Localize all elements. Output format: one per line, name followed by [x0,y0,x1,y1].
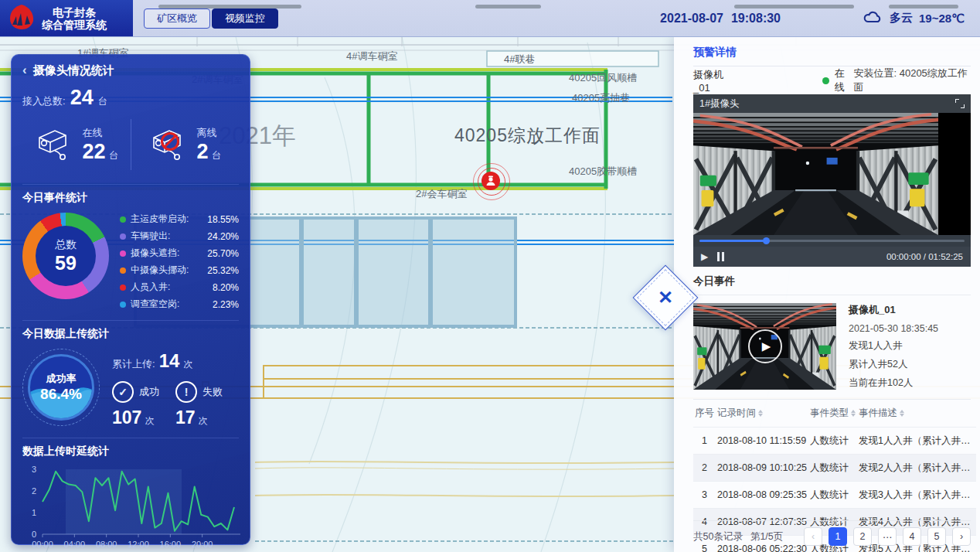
donut-center: 总数 59 [36,226,96,286]
column-header[interactable]: 事件描述 [857,400,976,428]
page-button[interactable]: 2 [853,527,872,546]
map-label: 2#会车硐室 [416,187,467,201]
legend-dot [120,233,126,240]
video-progress-row [693,235,971,247]
alert-marker[interactable] [473,163,512,202]
success-value: 107 [112,407,141,428]
events-donut-chart[interactable]: 总数 59 [22,213,109,299]
thumbnail-play-icon[interactable]: ▶ [748,329,782,363]
svg-text:2: 2 [32,486,36,496]
video-frame[interactable] [693,113,971,235]
video-progress-bar[interactable] [699,240,965,242]
legend-label: 调查室空岗: [131,298,179,311]
delay-line-chart[interactable]: 012300:0004:0008:0012:0016:0020:00 [22,463,240,552]
fail-unit: 次 [199,414,208,428]
panel-title-row: ‹ 摄像头情况统计 [22,63,239,78]
legend-item[interactable]: 车辆驶出:24.20% [120,230,239,243]
legend-item[interactable]: 调查室空岗:2.23% [120,298,239,311]
video-controls: ▶ 00:00:00 / 01:52:25 [693,247,971,267]
camera-info-row: 摄像机_01 在线 安装位置: 40205综放工作面 [693,66,971,94]
legend-dot [120,285,126,291]
legend-item[interactable]: 摄像头遮挡:25.70% [120,247,239,260]
next-page-button[interactable]: › [952,527,971,546]
camera-name: 摄像机_01 [693,68,737,94]
total-cameras-row: 接入总数: 24 台 [22,86,239,110]
success-unit: 次 [145,414,154,428]
back-icon[interactable]: ‹ [22,63,27,78]
play-button[interactable]: ▶ [701,251,708,262]
column-header[interactable]: 记录时间 [716,400,808,428]
legend-dot [120,302,126,308]
map-label: 4#联巷 [504,53,535,66]
nav-mine-overview-button[interactable]: 矿区概览 [144,9,210,29]
table-cell: 2018-08-09 10:10:25 [716,455,808,482]
table-row[interactable]: 12018-08-10 11:15:59人数统计发现1人入井（累计入井52人..… [693,428,976,455]
alert-panel-title: 预警详情 [693,36,971,66]
column-header[interactable]: 序号 [693,400,716,428]
event-meta: 摄像机_01 2021-05-30 18:35:45 发现1人入井 累计入井52… [836,303,938,390]
video-progress-fill [699,240,766,242]
online-value: 22 [83,140,106,163]
rate-value: 86.4% [40,386,82,403]
video-player[interactable]: 1#摄像头 ▶ 00:00:00 / 01:52:25 [693,94,971,267]
column-header[interactable]: 事件类型 [808,400,857,428]
online-status-dot [822,77,829,84]
cumulative-value: 14 [159,350,180,372]
svg-text:20:00: 20:00 [192,540,213,549]
fail-warn-icon: ! [175,381,197,403]
cumulative-unit: 次 [183,358,192,371]
prev-page-button[interactable]: ‹ [804,527,822,546]
svg-text:1: 1 [32,508,36,517]
legend-label: 中摄像头挪动: [131,264,189,277]
app-title-line2: 综合管理系统 [42,19,107,31]
today-event-card[interactable]: ▶ 摄像机_01 2021-05-30 18:35:45 发现1人入井 累计入井… [693,295,971,400]
legend-label: 人员入井: [131,281,170,294]
page-button[interactable]: 1 [829,527,847,546]
legend-dot [120,267,126,274]
page-buttons: ‹12⋯45› [798,527,971,546]
legend-value: 25.70% [207,248,239,259]
page-indicator: 第1/5页 [750,530,783,543]
camera-online-icon [35,125,75,164]
table-cell: 2 [693,455,716,482]
cumulative-label: 累计上传: [112,357,155,371]
table-cell: 发现2人入井（累计入井52人... [857,455,976,482]
table-cell: 人数统计 [808,428,857,455]
online-unit: 台 [109,150,118,161]
legend-label: 车辆驶出: [131,230,170,243]
svg-text:04:00: 04:00 [64,540,86,549]
page-button[interactable]: 5 [927,527,946,546]
time-text: 19:08:30 [731,12,781,26]
page-button[interactable]: 4 [903,527,921,546]
event-line: 发现1人入井 [849,339,938,353]
table-cell: 2018-08-08 09:25:35 [716,482,808,509]
video-progress-knob[interactable] [763,237,770,244]
events-donut-block: 总数 59 主运皮带启动:18.55%车辆驶出:24.20%摄像头遮挡:25.7… [22,213,239,311]
fullscreen-icon[interactable] [955,99,965,108]
record-count: 共50条记录 [693,530,743,543]
map-label: 40205综放工作面 [454,124,601,148]
table-row[interactable]: 22018-08-09 10:10:25人数统计发现2人入井（累计入井52人..… [693,455,976,482]
pause-button[interactable] [717,252,724,261]
legend-item[interactable]: 中摄像头挪动:25.32% [120,264,239,277]
app-root: 1#调车硐室2#调车硐室4#调车硐室4#联巷40205回风顺槽40205高抽巷2… [0,0,980,552]
camera-stats-panel: ‹ 摄像头情况统计 接入总数: 24 台 在线 22 台 [11,54,250,545]
header-decoration-bar [475,5,541,9]
sort-icon[interactable] [900,410,904,417]
gauge-text: 成功率 86.4% [22,349,100,426]
event-datetime: 2021-05-30 18:35:45 [849,323,938,334]
nav-video-monitor-button[interactable]: 视频监控 [212,9,278,29]
event-thumbnail[interactable]: ▶ [693,303,836,390]
sort-icon[interactable] [851,410,856,417]
offline-label: 离线 [197,126,221,140]
map-label: 4#调车硐室 [346,49,397,63]
success-label: 成功 [139,385,159,399]
page-button[interactable]: ⋯ [878,527,897,546]
legend-item[interactable]: 主运皮带启动:18.55% [120,213,239,226]
legend-item[interactable]: 人员入井:8.20% [120,281,239,294]
sort-icon[interactable] [758,410,763,417]
offline-camera-card: 离线 2 台 [131,114,240,175]
logo-icon [8,4,36,33]
table-row[interactable]: 32018-08-08 09:25:35人数统计发现3人入井（累计入井52人..… [693,482,976,509]
nav-label: 视频监控 [225,12,265,26]
